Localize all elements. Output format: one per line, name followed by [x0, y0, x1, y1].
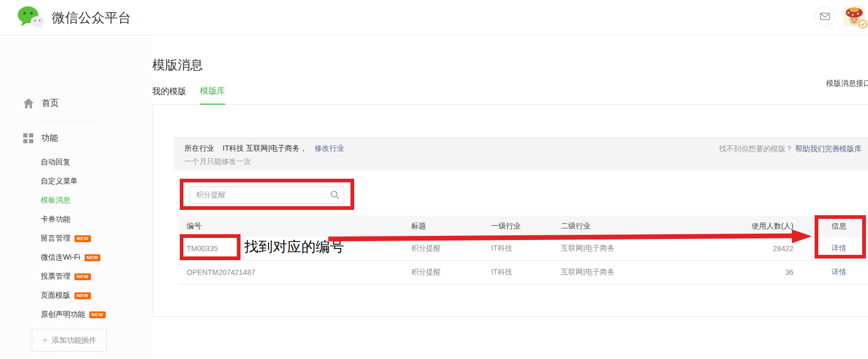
industry-info-bar: 所在行业 IT科技 互联网|电子商务， 修改行业 一个月只能修改一次 找不到你想…	[173, 137, 868, 170]
sidebar-item-8[interactable]: 原创声明功能NEW	[41, 305, 146, 324]
main-content: 模版消息 我的模版 模版库 模版消息接口 所在行业 IT科技 互联网|电子商务，…	[152, 35, 868, 359]
new-badge: NEW	[89, 311, 106, 318]
cell-users: 28422	[688, 244, 801, 253]
new-badge: NEW	[85, 254, 101, 261]
sidebar: 首页 功能 自动回复自定义菜单模板消息卡券功能留言管理NEW微信连Wi-FiNE…	[0, 35, 152, 359]
cell-title: 积分提醒	[411, 268, 491, 277]
sidebar-item-1[interactable]: 自定义菜单	[41, 172, 146, 191]
avatar[interactable]	[844, 5, 865, 26]
edit-industry-link[interactable]: 修改行业	[315, 144, 344, 153]
column-header-2: 一级行业	[491, 222, 561, 231]
sidebar-item-4[interactable]: 留言管理NEW	[41, 229, 146, 248]
table-header-row: 编号标题一级行业二级行业使用人数(人)信息	[179, 216, 868, 237]
search-input[interactable]	[190, 186, 344, 204]
cell-action: 详情	[801, 268, 868, 277]
app-title: 微信公众平台	[52, 9, 131, 26]
sidebar-item-label: 投票管理	[41, 272, 70, 281]
sidebar-item-label: 自定义菜单	[41, 177, 78, 186]
sidebar-feature-list: 自动回复自定义菜单模板消息卡券功能留言管理NEW微信连Wi-FiNEW投票管理N…	[41, 153, 146, 324]
sidebar-item-3[interactable]: 卡券功能	[41, 210, 146, 229]
column-header-1: 标题	[411, 222, 491, 231]
sidebar-item-label: 模板消息	[41, 196, 70, 205]
plus-icon: +	[42, 335, 48, 346]
sidebar-item-features[interactable]: 功能	[23, 133, 58, 144]
sidebar-divider	[41, 121, 98, 122]
cell-id: OPENTM207421487	[179, 268, 411, 277]
tab-template-library[interactable]: 模版库	[200, 86, 225, 105]
sidebar-item-5[interactable]: 微信连Wi-FiNEW	[41, 248, 146, 267]
tab-bar: 我的模版 模版库	[152, 85, 868, 105]
cell-industry1: IT科技	[491, 244, 561, 253]
sidebar-item-6[interactable]: 投票管理NEW	[41, 267, 146, 286]
column-header-3: 二级行业	[561, 222, 688, 231]
add-plugin-label: 添加功能插件	[52, 336, 96, 345]
cell-action: 详情	[801, 244, 868, 253]
cell-industry2: 互联网|电子商务	[561, 268, 688, 277]
column-header-4: 使用人数(人)	[688, 222, 801, 231]
new-badge: NEW	[75, 273, 91, 280]
sidebar-item-label: 功能	[41, 133, 58, 144]
mail-icon	[820, 13, 830, 20]
mail-button[interactable]	[815, 6, 835, 26]
sidebar-item-2[interactable]: 模板消息	[41, 191, 146, 210]
industry-note: 一个月只能修改一次	[184, 157, 862, 167]
detail-link[interactable]: 详情	[832, 244, 846, 252]
grid-icon	[23, 133, 33, 143]
sidebar-item-label: 卡券功能	[41, 215, 70, 224]
sidebar-item-7[interactable]: 页面模版NEW	[41, 286, 146, 305]
sidebar-item-label: 微信连Wi-Fi	[41, 253, 80, 262]
sidebar-item-label: 原创声明功能	[41, 310, 85, 319]
cell-title: 积分提醒	[411, 244, 491, 253]
table-row: TM00335积分提醒IT科技互联网|电子商务28422详情	[179, 237, 868, 261]
column-header-5: 信息	[801, 222, 868, 231]
sidebar-item-home[interactable]: 首页	[23, 98, 59, 109]
verified-badge-icon	[858, 20, 867, 29]
new-badge: NEW	[75, 235, 91, 242]
sidebar-item-label: 留言管理	[41, 234, 70, 243]
page-title: 模版消息	[152, 57, 203, 73]
content-card: 所在行业 IT科技 互联网|电子商务， 修改行业 一个月只能修改一次 找不到你想…	[152, 105, 868, 317]
industry-value: IT科技 互联网|电子商务，	[223, 144, 307, 153]
detail-link[interactable]: 详情	[832, 268, 846, 276]
template-table: 编号标题一级行业二级行业使用人数(人)信息 TM00335积分提醒IT科技互联网…	[179, 216, 868, 284]
app-logo[interactable]: 微信公众平台	[17, 6, 131, 29]
cell-users: 36	[688, 268, 801, 277]
column-header-0: 编号	[179, 222, 411, 231]
cell-industry2: 互联网|电子商务	[561, 244, 688, 253]
wechat-mp-template-library-page: { "header": { "title": "微信公众平台" }, "side…	[0, 0, 868, 359]
template-feedback-text: 找不到你想要的模版？	[719, 144, 793, 153]
template-message-api-link[interactable]: 模版消息接口	[826, 79, 868, 88]
sidebar-item-label: 页面模版	[41, 291, 70, 300]
search-icon[interactable]	[330, 190, 339, 201]
cell-industry1: IT科技	[491, 268, 561, 277]
top-bar: 微信公众平台	[0, 0, 868, 35]
industry-label: 所在行业	[184, 144, 214, 153]
table-body: TM00335积分提醒IT科技互联网|电子商务28422详情OPENTM2074…	[179, 237, 868, 284]
tab-my-templates[interactable]: 我的模版	[152, 86, 186, 104]
home-icon	[23, 98, 34, 108]
wechat-logo-icon	[17, 6, 45, 29]
sidebar-item-0[interactable]: 自动回复	[41, 153, 146, 172]
template-search	[190, 186, 344, 204]
cell-id: TM00335	[179, 244, 411, 253]
sidebar-item-label: 自动回复	[41, 158, 70, 167]
add-plugin-button[interactable]: + 添加功能插件	[32, 329, 107, 352]
table-row: OPENTM207421487积分提醒IT科技互联网|电子商务36详情	[179, 261, 868, 284]
improve-library-link[interactable]: 帮助我们完善模版库	[795, 144, 862, 153]
new-badge: NEW	[75, 292, 91, 299]
sidebar-item-label: 首页	[42, 98, 59, 109]
